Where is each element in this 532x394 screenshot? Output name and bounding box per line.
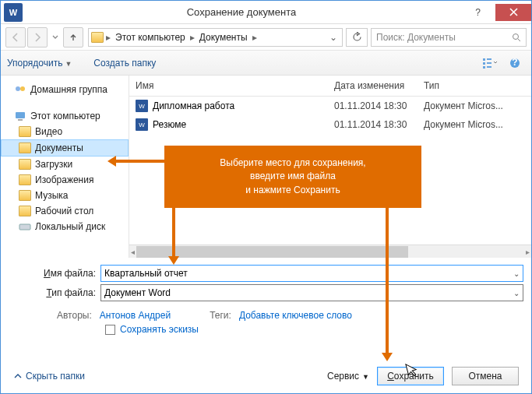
nav-recent-button[interactable] [49, 27, 62, 47]
search-input[interactable]: Поиск: Документы [371, 28, 527, 47]
annotation-arrow-left [110, 160, 164, 163]
col-date[interactable]: Дата изменения [334, 80, 424, 91]
annotation-arrow-save [386, 203, 389, 359]
save-dialog-window: W Сохранение документа ? ▸ Этот компьюте… [0, 0, 532, 394]
chevron-down-icon [52, 35, 58, 40]
crumb-sep-icon: ▸ [188, 32, 196, 43]
search-placeholder: Поиск: Документы [376, 32, 456, 43]
folder-icon [18, 125, 32, 138]
organize-menu[interactable]: Упорядочить▼ [7, 58, 72, 69]
app-word-icon: W [4, 3, 23, 22]
address-bar: ▸ Этот компьютер ▸ Документы ▸ ⌄ Поиск: … [1, 24, 531, 51]
arrow-right-icon [33, 33, 42, 42]
col-name[interactable]: Имя [136, 80, 334, 91]
scroll-right-icon[interactable]: ▸ [526, 248, 530, 256]
help-button[interactable]: ? [460, 4, 495, 21]
tree-desktop[interactable]: Рабочий стол [1, 203, 129, 219]
svg-rect-8 [16, 112, 25, 118]
navigation-tree: Домашняя группа Этот компьютер Видео Док… [1, 76, 129, 258]
view-icon [483, 58, 497, 69]
svg-point-6 [16, 86, 20, 91]
nav-up-button[interactable] [63, 27, 83, 47]
scroll-left-icon[interactable]: ◂ [131, 248, 135, 256]
search-icon [512, 33, 521, 42]
column-headers[interactable]: Имя Дата изменения Тип [129, 76, 531, 97]
folder-icon [18, 142, 32, 154]
metadata-row: Авторы:Антонов Андрей Теги:Добавьте ключ… [1, 304, 531, 321]
folder-icon [18, 174, 32, 186]
tree-documents[interactable]: Документы [1, 139, 129, 157]
folder-icon [18, 205, 32, 217]
title-bar: W Сохранение документа ? [1, 1, 531, 24]
new-folder-button[interactable]: Создать папку [93, 58, 156, 69]
address-field[interactable]: ▸ Этот компьютер ▸ Документы ▸ ⌄ [88, 28, 343, 47]
crumb-documents[interactable]: Документы [196, 32, 251, 43]
svg-point-7 [20, 86, 25, 91]
filetype-label: Тип файла: [38, 287, 100, 298]
tags-value[interactable]: Добавьте ключевое слово [239, 310, 352, 321]
tree-images[interactable]: Изображения [1, 172, 129, 188]
save-thumbnail-label[interactable]: Сохранять эскизы [120, 324, 199, 335]
word-doc-icon: W [136, 118, 148, 131]
view-options-button[interactable] [480, 55, 500, 72]
crumb-this-pc[interactable]: Этот компьютер [112, 32, 188, 43]
col-type[interactable]: Тип [424, 80, 531, 91]
save-form: Имя файла: Квартальный отчет⌄ Тип файла:… [1, 258, 531, 301]
filename-label: Имя файла: [38, 268, 100, 279]
computer-icon [13, 110, 27, 122]
file-row[interactable]: WДипломная работа 01.11.2014 18:30 Докум… [129, 97, 531, 115]
close-icon [509, 8, 518, 16]
drive-icon [18, 220, 32, 233]
tags-key: Теги: [210, 310, 231, 321]
svg-rect-2 [483, 62, 485, 65]
folder-icon [90, 30, 104, 44]
close-button[interactable] [495, 4, 531, 21]
authors-key: Авторы: [57, 310, 92, 321]
annotation-callout: Выберите место для сохранения, введите и… [164, 146, 421, 208]
filename-input[interactable]: Квартальный отчет⌄ [100, 265, 523, 282]
tree-this-pc[interactable]: Этот компьютер [1, 108, 129, 124]
file-row[interactable]: WРезюме 01.11.2014 18:30 Документ Micros… [129, 115, 531, 134]
annotation-arrow-filename [172, 203, 175, 262]
svg-rect-10 [19, 224, 30, 230]
tree-music[interactable]: Музыка [1, 188, 129, 203]
svg-rect-3 [483, 66, 485, 69]
svg-rect-9 [18, 119, 23, 121]
cancel-button[interactable]: Отмена [452, 367, 519, 385]
command-bar: Упорядочить▼ Создать папку ? [1, 51, 531, 76]
filetype-select[interactable]: Документ Word⌄ [100, 284, 523, 301]
arrow-left-icon [11, 33, 20, 42]
window-buttons: ? [460, 4, 531, 21]
help-icon-button[interactable]: ? [505, 55, 525, 72]
tree-local-disk[interactable]: Локальный диск [1, 219, 129, 234]
tree-homegroup[interactable]: Домашняя группа [1, 82, 129, 97]
crumb-sep-icon: ▸ [251, 32, 259, 43]
tools-menu[interactable]: Сервис▼ [327, 371, 369, 382]
authors-value[interactable]: Антонов Андрей [100, 310, 171, 321]
refresh-button[interactable] [346, 28, 368, 47]
thumbnail-checkbox-row: Сохранять эскизы [1, 321, 531, 335]
svg-rect-1 [483, 58, 485, 61]
crumb-sep-icon: ▸ [104, 32, 112, 43]
address-dropdown-icon[interactable]: ⌄ [325, 32, 342, 43]
folder-icon [18, 189, 32, 202]
dialog-title: Сохранение документа [23, 6, 460, 18]
svg-text:?: ? [512, 58, 517, 68]
arrow-up-icon [69, 33, 78, 42]
nav-back-button[interactable] [5, 27, 26, 47]
hide-folders-button[interactable]: Скрыть папки [13, 371, 85, 382]
homegroup-icon [13, 83, 27, 96]
help-icon: ? [509, 58, 520, 69]
dialog-footer: Скрыть папки Сервис▼ Сохранить Отмена [1, 367, 531, 385]
save-thumbnail-checkbox[interactable] [105, 325, 115, 335]
tree-video[interactable]: Видео [1, 124, 129, 139]
nav-forward-button[interactable] [27, 27, 48, 47]
horizontal-scrollbar[interactable]: ◂ ▸ [129, 244, 531, 258]
chevron-up-icon [13, 371, 23, 381]
refresh-icon [352, 32, 362, 42]
word-doc-icon: W [136, 100, 148, 112]
folder-icon [18, 158, 32, 171]
svg-point-0 [513, 33, 519, 39]
